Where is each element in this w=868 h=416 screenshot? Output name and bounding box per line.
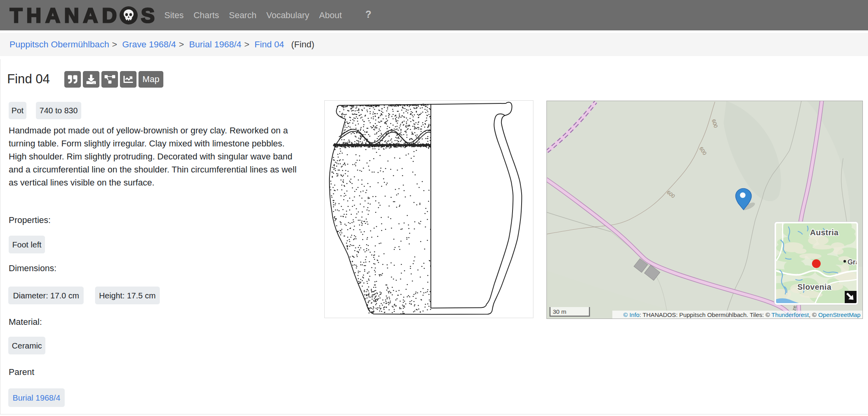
- svg-text:30 m: 30 m: [553, 308, 566, 315]
- svg-text:Slovenia: Slovenia: [797, 283, 832, 291]
- svg-text:Austria: Austria: [810, 228, 839, 237]
- svg-text:© Info: THANADOS: Puppitsch Ob: © Info: THANADOS: Puppitsch Obermühlbach…: [623, 311, 861, 318]
